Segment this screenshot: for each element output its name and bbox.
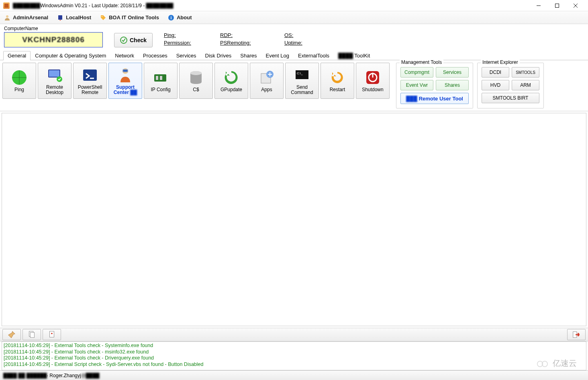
ipconfig-icon [152,69,169,86]
status-ping: Ping: [164,32,220,38]
svg-text:C:\_: C:\_ [297,72,303,75]
svg-rect-29 [30,333,34,338]
check-button[interactable]: Check [114,33,153,47]
tab-event-log[interactable]: Event Log [261,51,294,60]
status-os: OS: [284,32,341,38]
tool-label: Restart [330,87,345,92]
tool-label: Support Center ██ [114,85,137,95]
tab-services[interactable]: Services [172,51,201,60]
status-user: · Roger.Zhangyj [47,373,81,378]
cshare-icon [187,69,205,86]
tool-cshare[interactable]: C$ [179,63,213,99]
tool-ipconfig[interactable]: IP Config [144,63,178,99]
tab-externaltools[interactable]: ExternalTools [294,51,334,60]
svg-rect-15 [123,69,128,72]
mgmt-eventvwr[interactable]: Event Vwr [400,80,433,90]
log-line: [20181114-10:45:29] - External Tools che… [4,343,584,349]
tab-strip: GeneralComputer & Operating SystemNetwor… [0,51,588,60]
status-bar: ████ ██ ██████ · Roger.Zhangyj @████ [0,370,588,380]
tab-shares[interactable]: Shares [236,51,261,60]
svg-rect-11 [49,70,59,77]
log-panel[interactable]: [20181114-10:45:29] - External Tools che… [2,341,586,370]
tool-shutdown[interactable]: Shutdown [356,63,390,99]
svg-point-20 [190,71,202,75]
mgmt-compmgmt[interactable]: Compmgmt [400,67,433,78]
menu-label: LocalHost [66,14,91,20]
mgmt-services[interactable]: Services [436,67,469,78]
broom-icon [7,330,16,339]
tool-psremote[interactable]: PowerShell Remote [73,63,107,99]
internet-explorer-group: Internet Explorer DCDI SMTOOLS HVD ARM S… [477,63,544,108]
tool-apps[interactable]: Apps [250,63,284,99]
tool-label: Ping [14,87,24,92]
tool-ping[interactable]: Ping [2,63,36,99]
menu-label: BOA IT Online Tools [109,14,159,20]
status-uptime: Uptime: [284,40,341,46]
log-line: [20181114-10:45:29] - External Tools che… [4,355,584,362]
tool-label: IP Config [151,87,170,92]
ping-icon [10,69,28,86]
window-title: ████████WindowsAdmin V0.21 - Last Update… [13,3,529,8]
ie-hvd[interactable]: HVD [482,80,509,90]
tool-label: C$ [193,87,199,92]
export-button[interactable] [43,329,61,340]
svg-point-6 [102,16,102,17]
exit-button[interactable] [567,329,586,340]
apps-icon [258,69,276,86]
server-icon [57,14,63,21]
tab-computer-operating-system[interactable]: Computer & Operating System [31,51,110,60]
svg-rect-13 [83,69,97,81]
tool-support[interactable]: Support Center ██ [108,63,142,99]
watermark: 亿速云 [537,358,577,369]
tool-label: Shutdown [362,87,383,92]
ie-smtools-birt[interactable]: SMTOOLS BIRT [482,93,539,103]
ie-smtools[interactable]: SMTOOLS [512,67,539,78]
status-rdp: RDP: [220,32,284,38]
check-label: Check [130,37,147,43]
menu-localhost[interactable]: LocalHost [57,14,91,21]
tool-label: Send Command [291,85,313,95]
tab-processes[interactable]: Processes [139,51,172,60]
menu-adminarsenal[interactable]: AdminArsenal [4,14,48,21]
tool-sendcmd[interactable]: C:\_Send Command [285,63,319,99]
tool-restart[interactable]: Restart [321,63,354,99]
menu-boa-tools[interactable]: BOA IT Online Tools [100,14,159,21]
tag-icon [100,14,106,21]
menu-about[interactable]: i About [168,14,192,21]
computername-input[interactable]: VKCHNP288806 [4,32,103,47]
status-permission: Permission: [164,40,220,46]
app-icon [3,2,10,9]
tab--toolkit[interactable]: ████ ToolKit [334,51,374,60]
tab-general[interactable]: General [3,51,31,60]
tool-rdp[interactable]: Remote Desktop [38,63,71,99]
user-icon [4,14,10,21]
close-button[interactable] [566,0,585,11]
restart-icon [329,69,346,86]
log-line: [20181114-10:45:29] - External Tools che… [4,349,584,355]
svg-rect-30 [50,331,54,337]
status-psremoting: PSRemoting: [220,40,284,46]
management-tools-group: Management Tools Compmgmt Services Event… [396,63,473,108]
menu-strip: AdminArsenal LocalHost BOA IT Online Too… [0,11,588,24]
copy-button[interactable] [22,329,41,340]
svg-rect-17 [156,76,158,80]
ie-dcdi[interactable]: DCDI [482,67,509,78]
maximize-button[interactable] [548,0,566,11]
group-title: Management Tools [400,59,443,65]
tab-disk-drives[interactable]: Disk Drives [201,51,236,60]
action-bar [0,328,588,341]
check-icon [120,37,127,44]
support-icon [116,66,134,84]
info-icon: i [168,14,174,21]
mgmt-remote-user-tool[interactable]: ███ Remote User Tool [400,93,469,104]
output-textarea[interactable] [2,113,586,326]
ie-arm[interactable]: ARM [512,80,539,90]
clear-button[interactable] [2,329,21,340]
tool-label: Remote Desktop [46,85,63,95]
tab-network[interactable]: Network [110,51,139,60]
mgmt-shares[interactable]: Shares [436,80,469,90]
status-grid: Ping: RDP: OS: Permission: PSRemoting: U… [164,32,341,46]
menu-label: About [177,14,192,20]
tool-gpupdate[interactable]: GPupdate [214,63,248,99]
minimize-button[interactable] [529,0,548,11]
